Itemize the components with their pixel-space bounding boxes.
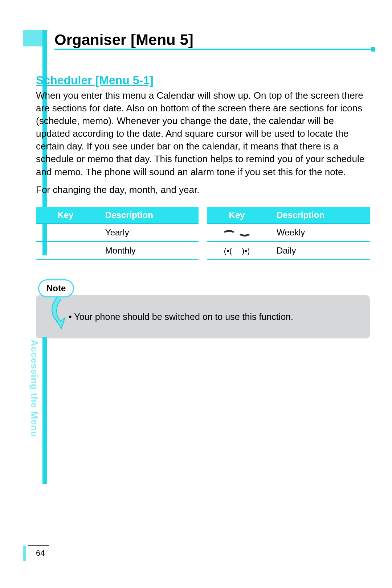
page-number-rule (28, 545, 49, 546)
side-chapter-label: Accessing the Menu (29, 340, 40, 437)
page-title: Organiser [Menu 5] (54, 31, 193, 49)
note-label: Note (38, 279, 74, 297)
note-tail-icon (47, 297, 72, 329)
body-text: When you enter this menu a Calendar will… (36, 89, 370, 201)
table-row: Monthly (▪( )▪) Daily (36, 242, 370, 260)
table-header-desc-left: Description (95, 207, 199, 223)
section-subtitle-scheduler: Scheduler [Menu 5-1] (36, 74, 154, 87)
title-rule-end (371, 47, 375, 52)
body-paragraph-2: For changing the day, month, and year. (36, 184, 370, 196)
desc-cell: Weekly (266, 223, 370, 242)
desc-cell: Yearly (95, 223, 199, 242)
key-description-table: Key Description Key Description Yearly W… (36, 207, 370, 260)
table-header-key-right: Key (207, 207, 266, 223)
note-box: Your phone should be switched on to use … (36, 295, 370, 338)
page-number: 64 (36, 548, 45, 558)
body-paragraph-1: When you enter this menu a Calendar will… (36, 89, 370, 178)
note-text: Your phone should be switched on to use … (69, 311, 359, 323)
end-key-icon (238, 230, 251, 237)
title-rule (54, 49, 374, 50)
key-cell (36, 223, 95, 242)
soft-left-key-icon: (▪( (224, 246, 232, 255)
table-row: Yearly Weekly (36, 223, 370, 242)
key-cell (36, 242, 95, 260)
note-callout: Note Your phone should be switched on to… (36, 279, 370, 338)
table-header-key-left: Key (36, 207, 95, 223)
desc-cell: Daily (266, 242, 370, 260)
key-cell: (▪( )▪) (207, 242, 266, 260)
page-number-accent (23, 546, 26, 561)
table-header-desc-right: Description (266, 207, 370, 223)
soft-right-key-icon: )▪) (242, 246, 250, 255)
key-cell (207, 223, 266, 242)
send-key-icon (222, 230, 236, 237)
desc-cell: Monthly (95, 242, 199, 260)
